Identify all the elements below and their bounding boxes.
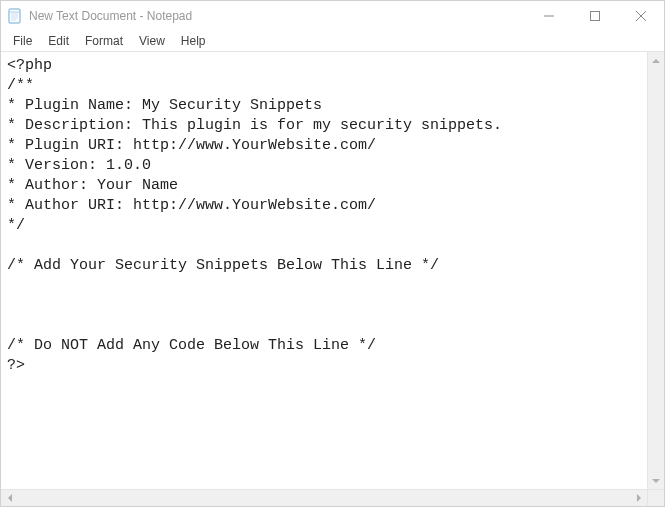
menu-help[interactable]: Help <box>173 32 214 50</box>
minimize-button[interactable] <box>526 1 572 31</box>
editor-line: /* Add Your Security Snippets Below This… <box>7 256 641 276</box>
notepad-window: New Text Document - Notepad File <box>0 0 665 507</box>
editor-line: * Author URI: http://www.YourWebsite.com… <box>7 196 641 216</box>
notepad-icon <box>7 8 23 24</box>
content-area: <?php/*** Plugin Name: My Security Snipp… <box>1 51 664 489</box>
close-button[interactable] <box>618 1 664 31</box>
window-title: New Text Document - Notepad <box>29 9 192 23</box>
editor-line: */ <box>7 216 641 236</box>
close-icon <box>636 11 646 21</box>
titlebar[interactable]: New Text Document - Notepad <box>1 1 664 31</box>
editor-line: * Plugin Name: My Security Snippets <box>7 96 641 116</box>
menu-format[interactable]: Format <box>77 32 131 50</box>
editor-line <box>7 296 641 316</box>
scrollbar-corner <box>647 490 664 506</box>
editor-line <box>7 276 641 296</box>
editor-line: * Plugin URI: http://www.YourWebsite.com… <box>7 136 641 156</box>
editor-line: <?php <box>7 56 641 76</box>
editor-line: ?> <box>7 356 641 376</box>
scroll-left-button[interactable] <box>1 490 18 506</box>
svg-rect-7 <box>591 12 600 21</box>
scroll-up-button[interactable] <box>648 52 664 69</box>
editor-line <box>7 316 641 336</box>
chevron-right-icon <box>637 494 641 502</box>
scroll-down-button[interactable] <box>648 472 664 489</box>
menubar: File Edit Format View Help <box>1 31 664 51</box>
chevron-up-icon <box>652 59 660 63</box>
text-editor[interactable]: <?php/*** Plugin Name: My Security Snipp… <box>1 52 647 489</box>
chevron-down-icon <box>652 479 660 483</box>
menu-view[interactable]: View <box>131 32 173 50</box>
menu-edit[interactable]: Edit <box>40 32 77 50</box>
horizontal-scrollbar[interactable] <box>1 489 664 506</box>
scroll-right-button[interactable] <box>630 490 647 506</box>
maximize-button[interactable] <box>572 1 618 31</box>
editor-line: /* Do NOT Add Any Code Below This Line *… <box>7 336 641 356</box>
vertical-scrollbar[interactable] <box>647 52 664 489</box>
editor-line: * Version: 1.0.0 <box>7 156 641 176</box>
chevron-left-icon <box>8 494 12 502</box>
window-controls <box>526 1 664 31</box>
editor-line: * Author: Your Name <box>7 176 641 196</box>
editor-line <box>7 236 641 256</box>
editor-line: /** <box>7 76 641 96</box>
hscroll-track[interactable] <box>18 490 630 506</box>
minimize-icon <box>544 11 554 21</box>
editor-line: * Description: This plugin is for my sec… <box>7 116 641 136</box>
menu-file[interactable]: File <box>5 32 40 50</box>
maximize-icon <box>590 11 600 21</box>
